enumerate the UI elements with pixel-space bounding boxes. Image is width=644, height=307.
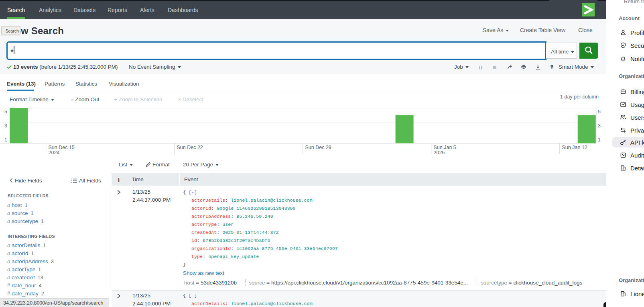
svg-text:Sun Jan 12: Sun Jan 12 bbox=[562, 145, 587, 150]
svg-text:Sun Dec 15: Sun Dec 15 bbox=[49, 145, 75, 150]
svg-text:1: 1 bbox=[4, 137, 7, 143]
svg-text:2024: 2024 bbox=[49, 150, 60, 156]
svg-text:5: 5 bbox=[4, 109, 7, 115]
svg-text:Sun Dec 22: Sun Dec 22 bbox=[177, 145, 203, 150]
svg-text:Sun Dec 29: Sun Dec 29 bbox=[305, 145, 331, 150]
svg-text:5: 5 bbox=[598, 109, 601, 115]
svg-text:2025: 2025 bbox=[434, 150, 445, 156]
svg-text:1: 1 bbox=[598, 137, 601, 143]
svg-text:3: 3 bbox=[4, 123, 7, 129]
svg-text:Sun Jan 5: Sun Jan 5 bbox=[434, 145, 456, 150]
svg-text:3: 3 bbox=[598, 123, 601, 129]
